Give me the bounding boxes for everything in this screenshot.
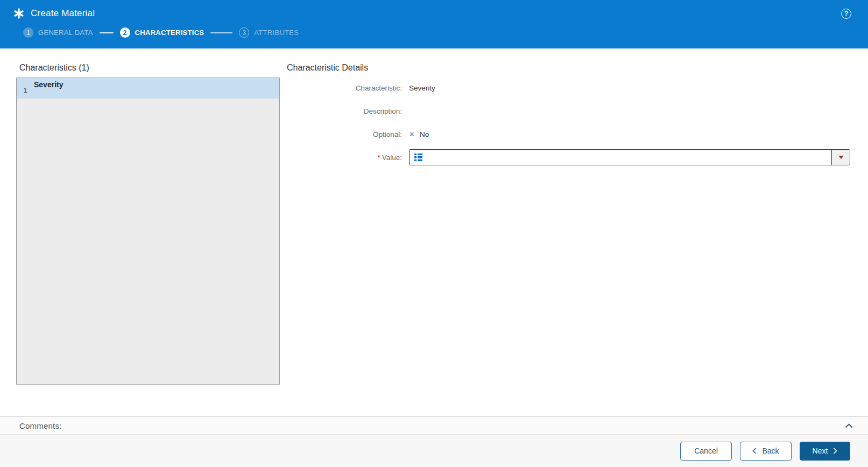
characteristic-label: Characteristic: xyxy=(287,80,402,96)
optional-value-text: No xyxy=(420,130,429,138)
list-item-index: 1 xyxy=(17,86,34,94)
footer-bar: Cancel Back Next xyxy=(0,434,868,467)
step-2-label: CHARACTERISTICS xyxy=(135,29,204,37)
characteristics-list: 1 Severity xyxy=(16,78,280,385)
dropdown-arrow-icon xyxy=(838,156,844,159)
step-3-circle: 3 xyxy=(239,27,249,38)
details-title: Characteristic Details xyxy=(287,63,850,73)
back-button[interactable]: Back xyxy=(740,442,792,461)
optional-value: ✕ No xyxy=(409,126,850,142)
next-button-label: Next xyxy=(813,447,828,455)
comments-bar: Comments: xyxy=(0,416,868,434)
step-attributes[interactable]: 3 ATTRIBUTES xyxy=(239,27,299,38)
characteristic-details-panel: Characteristic Details Characteristic: S… xyxy=(287,48,850,416)
step-general-data[interactable]: 1 GENERAL DATA xyxy=(23,27,93,38)
list-item-name: Severity xyxy=(34,78,63,98)
value-input[interactable] xyxy=(427,150,831,165)
chevron-left-icon xyxy=(752,448,757,454)
value-label: Value: xyxy=(382,154,402,162)
app-header: Create Material ? 1 GENERAL DATA 2 CHARA… xyxy=(0,0,868,48)
step-3-label: ATTRIBUTES xyxy=(254,29,299,37)
step-1-circle: 1 xyxy=(23,27,33,38)
comments-label: Comments: xyxy=(19,421,844,430)
step-connector xyxy=(100,32,114,33)
page-title: Create Material xyxy=(31,8,841,19)
value-label-wrap: * Value: xyxy=(287,149,402,165)
step-characteristics[interactable]: 2 CHARACTERISTICS xyxy=(120,27,204,38)
chevron-right-icon xyxy=(833,448,837,454)
description-value xyxy=(409,103,850,119)
required-marker: * xyxy=(377,154,380,162)
main-content: Characteristics (1) 1 Severity Character… xyxy=(0,48,868,416)
optional-label: Optional: xyxy=(287,126,402,142)
cancel-button[interactable]: Cancel xyxy=(680,442,732,461)
decline-icon: ✕ xyxy=(409,130,415,138)
value-dropdown-button[interactable] xyxy=(831,150,850,165)
characteristics-panel: Characteristics (1) 1 Severity xyxy=(16,48,280,416)
step-2-circle: 2 xyxy=(120,27,130,38)
value-combobox xyxy=(409,149,850,165)
details-form: Characteristic: Severity Description: Op… xyxy=(287,80,850,165)
wizard-steps: 1 GENERAL DATA 2 CHARACTERISTICS 3 ATTRI… xyxy=(23,27,855,38)
value-field-row xyxy=(409,149,850,165)
value-list-icon xyxy=(414,152,422,163)
characteristics-title: Characteristics (1) xyxy=(16,63,280,73)
collapse-comments-button[interactable] xyxy=(844,422,854,429)
characteristic-value: Severity xyxy=(409,80,850,96)
asterisk-icon xyxy=(13,8,24,19)
next-button[interactable]: Next xyxy=(800,442,850,461)
header-top: Create Material ? xyxy=(13,0,855,24)
help-icon[interactable]: ? xyxy=(841,9,851,19)
step-connector xyxy=(210,32,232,33)
list-item-severity[interactable]: 1 Severity xyxy=(17,78,279,99)
description-label: Description: xyxy=(287,103,402,119)
chevron-up-icon xyxy=(845,423,853,428)
back-button-label: Back xyxy=(762,447,779,455)
step-1-label: GENERAL DATA xyxy=(38,29,93,37)
cancel-button-label: Cancel xyxy=(694,447,718,455)
